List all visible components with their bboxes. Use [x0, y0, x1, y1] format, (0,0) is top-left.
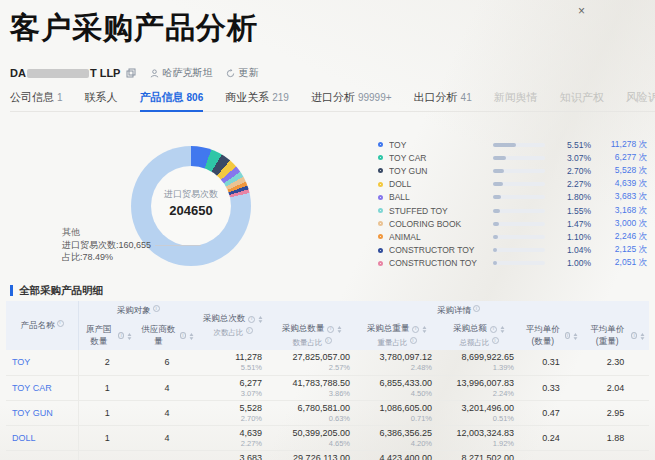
sort-icon[interactable]: ▲▼ — [258, 315, 263, 323]
legend-item-toy[interactable]: TOY5.51%11,278 次 — [378, 138, 650, 151]
legend-mini-bar — [493, 261, 545, 265]
tooltip-ratio: 占比:78.49% — [62, 251, 201, 263]
legend-percent: 3.07% — [553, 153, 591, 163]
product-link[interactable]: TOY — [6, 350, 78, 375]
legend-mini-bar — [493, 182, 545, 186]
legend-item-ball[interactable]: BALL1.80%3,683 次 — [378, 191, 650, 204]
legend-label: TOY CAR — [389, 153, 493, 163]
tab-label: 联系人 — [85, 90, 118, 105]
tab-公司信息[interactable]: 公司信息1 — [10, 90, 63, 105]
total-weight-cell: 3,780,097.122.48% — [356, 350, 438, 375]
supplier-count-link[interactable]: 4 — [136, 375, 198, 400]
info-icon[interactable] — [412, 326, 419, 333]
supplier-count-link[interactable]: 4 — [136, 425, 198, 450]
tab-count: 806 — [187, 92, 204, 103]
product-link[interactable]: BALL — [6, 450, 78, 460]
sort-icon[interactable]: ▲▼ — [640, 332, 645, 340]
purchase-table: 产品名称 采购对象 采购总次数▲▼ 次数占比 采购详情 原产国数量▲ — [6, 301, 649, 460]
info-icon[interactable] — [57, 320, 64, 327]
tooltip-title: 其他 — [62, 226, 201, 238]
legend-dot-icon — [378, 234, 383, 239]
sort-icon[interactable]: ▲▼ — [422, 325, 427, 333]
company-name-redacted — [27, 69, 89, 78]
col-header-total-qty[interactable]: 采购总数量▲▼ 数量占比 — [268, 321, 356, 350]
info-icon[interactable] — [246, 327, 253, 334]
tab-出口分析[interactable]: 出口分析41 — [414, 90, 472, 105]
legend-label: ANIMAL — [389, 232, 493, 242]
sort-icon[interactable]: ▲▼ — [127, 332, 132, 340]
product-link[interactable]: DOLL — [6, 425, 78, 450]
legend-percent: 1.04% — [553, 245, 591, 255]
tab-联系人[interactable]: 联系人 — [85, 90, 118, 105]
legend-label: TOY GUN — [389, 166, 493, 176]
legend-dot-icon — [378, 155, 383, 160]
tab-count: 219 — [272, 92, 289, 103]
copy-icon[interactable] — [126, 68, 136, 78]
col-header-total-times[interactable]: 采购总次数▲▼ 次数占比 — [198, 301, 268, 350]
sort-icon[interactable]: ▲▼ — [337, 325, 342, 333]
supplier-count-link[interactable]: 4 — [136, 400, 198, 425]
avg-price-weight-cell: 2.30 — [582, 350, 649, 375]
legend-count: 3,000 次 — [591, 218, 647, 230]
company-row: DA T LLP 哈萨克斯坦 更新 — [10, 66, 258, 80]
tab-产品信息[interactable]: 产品信息806 — [140, 90, 204, 105]
total-amount-cell: 8,699,922.651.39% — [438, 350, 520, 375]
legend-count: 2,051 次 — [591, 257, 647, 269]
info-icon[interactable] — [248, 316, 255, 323]
avg-price-qty-cell: 0.27 — [520, 450, 582, 460]
tab-label: 商业关系 — [225, 90, 269, 105]
col-header-total-amount[interactable]: 采购总额▲▼ 总额占比 — [438, 321, 520, 350]
sort-icon[interactable]: ▲▼ — [573, 332, 578, 340]
info-icon[interactable] — [631, 332, 637, 339]
info-icon[interactable] — [410, 337, 417, 344]
legend-mini-bar — [493, 248, 545, 252]
col-header-total-weight[interactable]: 采购总重量▲▼ 重量占比 — [356, 321, 438, 350]
legend-mini-bar — [493, 156, 545, 160]
col-header-avg-price-qty[interactable]: 平均单价(数量)▲▼ — [520, 321, 582, 350]
info-icon[interactable] — [153, 305, 160, 312]
info-icon[interactable] — [565, 332, 570, 339]
legend-count: 5,528 次 — [591, 165, 647, 177]
info-icon[interactable] — [490, 326, 497, 333]
legend-item-animal[interactable]: ANIMAL1.10%2,246 次 — [378, 230, 650, 243]
info-icon[interactable] — [327, 326, 334, 333]
col-header-supplier-count[interactable]: 供应商数量▲▼ — [136, 321, 198, 350]
info-icon[interactable] — [118, 332, 124, 339]
total-times-cell: 6,2773.07% — [198, 375, 268, 400]
tab-label: 新闻舆情 — [494, 90, 538, 105]
company-name-suffix: T LLP — [90, 67, 121, 79]
legend-item-toy-car[interactable]: TOY CAR3.07%6,277 次 — [378, 151, 650, 164]
sort-icon[interactable]: ▲▼ — [189, 332, 194, 340]
product-link[interactable]: TOY CAR — [6, 375, 78, 400]
refresh-button[interactable]: 更新 — [226, 66, 258, 80]
legend-item-construction-toy[interactable]: CONSTRUCTION TOY1.00%2,051 次 — [378, 257, 650, 270]
legend-dot-icon — [378, 261, 383, 266]
col-header-origin-count[interactable]: 原产国数量▲▼ — [78, 321, 136, 350]
info-icon[interactable] — [473, 305, 480, 312]
supplier-count-link[interactable]: 6 — [136, 350, 198, 375]
legend-item-doll[interactable]: DOLL2.27%4,639 次 — [378, 178, 650, 191]
col-header-avg-price-weight[interactable]: 平均单价(重量)▲▼ — [582, 321, 649, 350]
supplier-count-link[interactable]: 5 — [136, 450, 198, 460]
total-qty-cell: 50,399,205.004.65% — [268, 425, 356, 450]
info-icon[interactable] — [180, 332, 186, 339]
close-icon[interactable]: × — [578, 4, 585, 18]
legend-item-toy-gun[interactable]: TOY GUN2.70%5,528 次 — [378, 164, 650, 177]
legend-item-coloring-book[interactable]: COLORING BOOK1.47%3,000 次 — [378, 217, 650, 230]
legend-label: TOY — [389, 140, 493, 150]
legend-mini-bar — [493, 195, 545, 199]
info-icon[interactable] — [325, 337, 332, 344]
legend-item-stuffed-toy[interactable]: STUFFED TOY1.55%3,168 次 — [378, 204, 650, 217]
group-header-detail: 采购详情 — [268, 301, 649, 321]
tab-进口分析[interactable]: 进口分析99999+ — [311, 90, 392, 105]
legend-item-constructor-toy[interactable]: CONSTRUCTOR TOY1.04%2,125 次 — [378, 244, 650, 257]
tab-label: 进口分析 — [311, 90, 355, 105]
tab-商业关系[interactable]: 商业关系219 — [225, 90, 289, 105]
legend-dot-icon — [378, 248, 383, 253]
info-icon[interactable] — [492, 337, 499, 344]
sort-icon[interactable]: ▲▼ — [500, 325, 505, 333]
product-link[interactable]: TOY GUN — [6, 400, 78, 425]
legend-label: COLORING BOOK — [389, 219, 493, 229]
person-icon — [150, 69, 159, 78]
avg-price-weight-cell: 2.04 — [582, 375, 649, 400]
